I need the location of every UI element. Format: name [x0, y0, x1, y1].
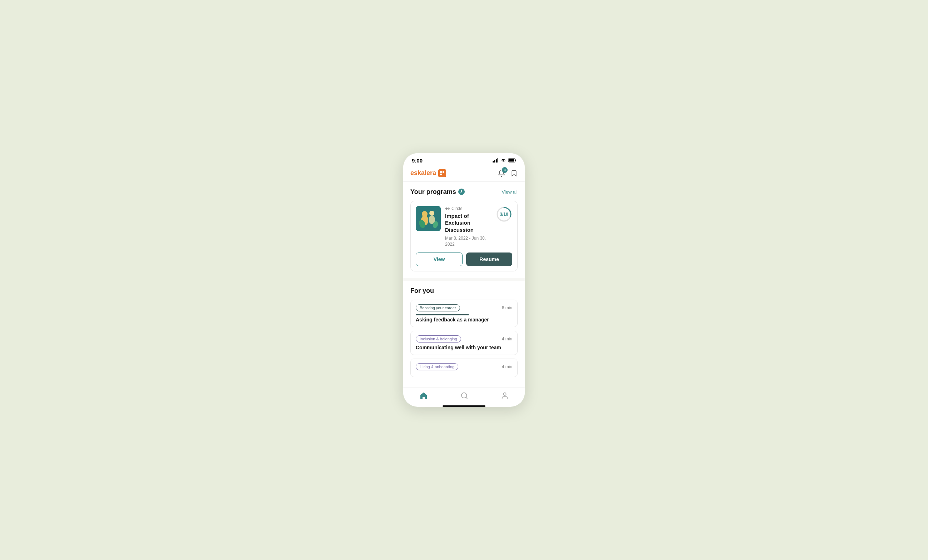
bell-wrapper[interactable]: 3: [498, 169, 505, 177]
svg-point-13: [429, 211, 434, 216]
programs-badge: 3: [458, 189, 465, 195]
content-title-2: Communicating well with your team: [416, 345, 512, 350]
nav-home[interactable]: [419, 392, 428, 400]
program-progress: 3/10: [496, 206, 512, 222]
svg-point-17: [446, 207, 447, 210]
tag-career: Boosting your career: [416, 304, 460, 312]
wifi-icon: [501, 158, 506, 163]
content-area: Your programs 3 View all: [403, 182, 525, 387]
bookmark-icon: [510, 169, 517, 177]
program-info: Circle Impact of Exclusion Discussion Ma…: [445, 206, 491, 248]
progress-text: 3/10: [500, 212, 508, 217]
content-card-3[interactable]: Hiring & onboarding 4 min: [411, 359, 517, 377]
duration-1: 6 min: [502, 305, 512, 310]
program-dates: Mar 8, 2022 - Jun 30, 2022: [445, 235, 491, 248]
tag-inclusion: Inclusion & belonging: [416, 335, 461, 342]
app-header: eskalera 3: [403, 166, 525, 182]
program-title: Impact of Exclusion Discussion: [445, 213, 491, 234]
svg-line-22: [466, 397, 467, 399]
program-card: Circle Impact of Exclusion Discussion Ma…: [411, 201, 517, 271]
view-button[interactable]: View: [416, 253, 462, 266]
svg-rect-8: [443, 171, 444, 173]
svg-rect-2: [496, 159, 497, 163]
signal-icon: [493, 158, 498, 163]
phone-frame: 9:00 eskalera: [403, 153, 525, 407]
tag-hiring: Hiring & onboarding: [416, 363, 458, 370]
progress-bar: [416, 314, 469, 315]
section-title: Your programs 3: [411, 188, 465, 196]
svg-rect-7: [440, 171, 442, 173]
progress-circle: 3/10: [496, 206, 512, 222]
battery-icon: [508, 158, 516, 163]
status-time: 9:00: [412, 157, 423, 164]
program-card-top: Circle Impact of Exclusion Discussion Ma…: [411, 201, 517, 253]
svg-rect-9: [440, 173, 442, 175]
svg-point-23: [503, 393, 506, 396]
content-card-1-header: Boosting your career 6 min: [416, 304, 512, 312]
logo-area: eskalera: [411, 169, 446, 177]
nav-search[interactable]: [461, 392, 468, 400]
section-header: Your programs 3 View all: [411, 188, 517, 196]
bottom-nav: [403, 387, 525, 403]
svg-rect-3: [498, 158, 499, 163]
status-icons: [493, 158, 516, 163]
duration-3: 4 min: [502, 364, 512, 369]
svg-rect-1: [495, 160, 496, 163]
content-card-3-header: Hiring & onboarding 4 min: [416, 363, 512, 370]
home-icon: [419, 392, 428, 400]
program-actions: View Resume: [411, 253, 517, 271]
nav-profile[interactable]: [501, 392, 509, 400]
home-indicator: [443, 405, 485, 407]
for-you-section: For you Boosting your career 6 min Askin…: [403, 281, 525, 387]
program-type: Circle: [445, 206, 491, 211]
program-thumbnail: [416, 206, 441, 231]
logo-text: eskalera: [411, 169, 436, 177]
svg-rect-6: [509, 159, 514, 162]
status-bar: 9:00: [403, 153, 525, 166]
header-actions: 3: [498, 169, 517, 177]
svg-rect-10: [416, 206, 441, 231]
content-card-1[interactable]: Boosting your career 6 min Asking feedba…: [411, 300, 517, 327]
svg-point-21: [461, 393, 467, 398]
content-card-2[interactable]: Inclusion & belonging 4 min Communicatin…: [411, 331, 517, 355]
bookmark-button[interactable]: [510, 169, 517, 177]
duration-2: 4 min: [502, 336, 512, 341]
logo-icon: [438, 169, 446, 177]
notification-badge: 3: [502, 167, 508, 173]
for-you-title: For you: [411, 287, 517, 295]
svg-point-18: [447, 207, 450, 210]
circle-type-icon: [445, 207, 450, 211]
svg-rect-0: [493, 161, 494, 163]
profile-icon: [501, 392, 509, 400]
svg-rect-5: [516, 160, 516, 161]
programs-section: Your programs 3 View all: [403, 182, 525, 278]
search-icon: [461, 392, 468, 400]
content-card-2-header: Inclusion & belonging 4 min: [416, 335, 512, 342]
view-all-button[interactable]: View all: [502, 189, 517, 195]
resume-button[interactable]: Resume: [466, 253, 512, 266]
content-title-1: Asking feedback as a manager: [416, 317, 512, 323]
